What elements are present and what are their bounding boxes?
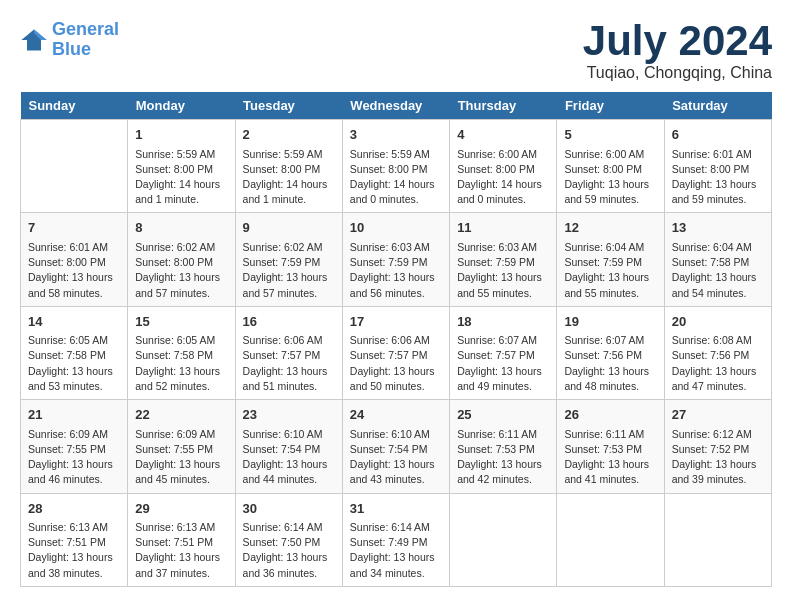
day-info: Sunrise: 6:00 AMSunset: 8:00 PMDaylight:… — [457, 147, 549, 208]
day-info: Sunrise: 6:14 AMSunset: 7:50 PMDaylight:… — [243, 520, 335, 581]
day-number: 14 — [28, 312, 120, 332]
calendar-cell: 17Sunrise: 6:06 AMSunset: 7:57 PMDayligh… — [342, 306, 449, 399]
header-day-tuesday: Tuesday — [235, 92, 342, 120]
day-info: Sunrise: 6:14 AMSunset: 7:49 PMDaylight:… — [350, 520, 442, 581]
day-number: 27 — [672, 405, 764, 425]
calendar-cell: 26Sunrise: 6:11 AMSunset: 7:53 PMDayligh… — [557, 400, 664, 493]
calendar-cell — [664, 493, 771, 586]
title-area: July 2024 Tuqiao, Chongqing, China — [583, 20, 772, 82]
calendar-cell: 11Sunrise: 6:03 AMSunset: 7:59 PMDayligh… — [450, 213, 557, 306]
calendar-cell — [557, 493, 664, 586]
calendar-body: 1Sunrise: 5:59 AMSunset: 8:00 PMDaylight… — [21, 120, 772, 587]
day-number: 21 — [28, 405, 120, 425]
day-info: Sunrise: 6:00 AMSunset: 8:00 PMDaylight:… — [564, 147, 656, 208]
day-info: Sunrise: 6:11 AMSunset: 7:53 PMDaylight:… — [564, 427, 656, 488]
day-number: 16 — [243, 312, 335, 332]
calendar-cell: 30Sunrise: 6:14 AMSunset: 7:50 PMDayligh… — [235, 493, 342, 586]
day-info: Sunrise: 6:05 AMSunset: 7:58 PMDaylight:… — [135, 333, 227, 394]
calendar-cell: 28Sunrise: 6:13 AMSunset: 7:51 PMDayligh… — [21, 493, 128, 586]
day-info: Sunrise: 6:06 AMSunset: 7:57 PMDaylight:… — [350, 333, 442, 394]
day-number: 25 — [457, 405, 549, 425]
calendar-cell: 2Sunrise: 5:59 AMSunset: 8:00 PMDaylight… — [235, 120, 342, 213]
logo-icon — [20, 26, 48, 54]
calendar-cell: 27Sunrise: 6:12 AMSunset: 7:52 PMDayligh… — [664, 400, 771, 493]
calendar-cell: 1Sunrise: 5:59 AMSunset: 8:00 PMDaylight… — [128, 120, 235, 213]
logo-text: General Blue — [52, 20, 119, 60]
calendar-cell: 23Sunrise: 6:10 AMSunset: 7:54 PMDayligh… — [235, 400, 342, 493]
calendar-cell — [21, 120, 128, 213]
calendar-cell: 6Sunrise: 6:01 AMSunset: 8:00 PMDaylight… — [664, 120, 771, 213]
calendar-cell — [450, 493, 557, 586]
day-number: 6 — [672, 125, 764, 145]
calendar-cell: 5Sunrise: 6:00 AMSunset: 8:00 PMDaylight… — [557, 120, 664, 213]
calendar-cell: 14Sunrise: 6:05 AMSunset: 7:58 PMDayligh… — [21, 306, 128, 399]
day-info: Sunrise: 6:05 AMSunset: 7:58 PMDaylight:… — [28, 333, 120, 394]
day-info: Sunrise: 6:12 AMSunset: 7:52 PMDaylight:… — [672, 427, 764, 488]
day-info: Sunrise: 6:10 AMSunset: 7:54 PMDaylight:… — [350, 427, 442, 488]
calendar-cell: 31Sunrise: 6:14 AMSunset: 7:49 PMDayligh… — [342, 493, 449, 586]
day-info: Sunrise: 6:03 AMSunset: 7:59 PMDaylight:… — [350, 240, 442, 301]
logo-line1: General — [52, 19, 119, 39]
day-number: 22 — [135, 405, 227, 425]
day-number: 11 — [457, 218, 549, 238]
day-number: 7 — [28, 218, 120, 238]
header-day-wednesday: Wednesday — [342, 92, 449, 120]
day-info: Sunrise: 5:59 AMSunset: 8:00 PMDaylight:… — [350, 147, 442, 208]
calendar-cell: 16Sunrise: 6:06 AMSunset: 7:57 PMDayligh… — [235, 306, 342, 399]
header-day-saturday: Saturday — [664, 92, 771, 120]
calendar-cell: 18Sunrise: 6:07 AMSunset: 7:57 PMDayligh… — [450, 306, 557, 399]
day-number: 26 — [564, 405, 656, 425]
header-row: SundayMondayTuesdayWednesdayThursdayFrid… — [21, 92, 772, 120]
day-number: 23 — [243, 405, 335, 425]
calendar-cell: 29Sunrise: 6:13 AMSunset: 7:51 PMDayligh… — [128, 493, 235, 586]
day-info: Sunrise: 6:13 AMSunset: 7:51 PMDaylight:… — [135, 520, 227, 581]
logo: General Blue — [20, 20, 119, 60]
day-number: 15 — [135, 312, 227, 332]
day-number: 17 — [350, 312, 442, 332]
header-day-monday: Monday — [128, 92, 235, 120]
day-number: 29 — [135, 499, 227, 519]
day-info: Sunrise: 6:07 AMSunset: 7:57 PMDaylight:… — [457, 333, 549, 394]
day-number: 5 — [564, 125, 656, 145]
day-number: 9 — [243, 218, 335, 238]
calendar-table: SundayMondayTuesdayWednesdayThursdayFrid… — [20, 92, 772, 587]
day-info: Sunrise: 6:03 AMSunset: 7:59 PMDaylight:… — [457, 240, 549, 301]
header-day-friday: Friday — [557, 92, 664, 120]
calendar-cell: 19Sunrise: 6:07 AMSunset: 7:56 PMDayligh… — [557, 306, 664, 399]
location: Tuqiao, Chongqing, China — [583, 64, 772, 82]
day-info: Sunrise: 6:09 AMSunset: 7:55 PMDaylight:… — [135, 427, 227, 488]
week-row-2: 14Sunrise: 6:05 AMSunset: 7:58 PMDayligh… — [21, 306, 772, 399]
day-info: Sunrise: 6:13 AMSunset: 7:51 PMDaylight:… — [28, 520, 120, 581]
calendar-cell: 13Sunrise: 6:04 AMSunset: 7:58 PMDayligh… — [664, 213, 771, 306]
calendar-cell: 25Sunrise: 6:11 AMSunset: 7:53 PMDayligh… — [450, 400, 557, 493]
day-info: Sunrise: 6:09 AMSunset: 7:55 PMDaylight:… — [28, 427, 120, 488]
day-number: 3 — [350, 125, 442, 145]
week-row-1: 7Sunrise: 6:01 AMSunset: 8:00 PMDaylight… — [21, 213, 772, 306]
day-number: 8 — [135, 218, 227, 238]
day-number: 13 — [672, 218, 764, 238]
day-info: Sunrise: 6:06 AMSunset: 7:57 PMDaylight:… — [243, 333, 335, 394]
day-number: 10 — [350, 218, 442, 238]
calendar-cell: 3Sunrise: 5:59 AMSunset: 8:00 PMDaylight… — [342, 120, 449, 213]
calendar-header: SundayMondayTuesdayWednesdayThursdayFrid… — [21, 92, 772, 120]
week-row-0: 1Sunrise: 5:59 AMSunset: 8:00 PMDaylight… — [21, 120, 772, 213]
day-number: 19 — [564, 312, 656, 332]
day-info: Sunrise: 6:10 AMSunset: 7:54 PMDaylight:… — [243, 427, 335, 488]
day-info: Sunrise: 6:07 AMSunset: 7:56 PMDaylight:… — [564, 333, 656, 394]
header-day-thursday: Thursday — [450, 92, 557, 120]
calendar-cell: 12Sunrise: 6:04 AMSunset: 7:59 PMDayligh… — [557, 213, 664, 306]
calendar-cell: 8Sunrise: 6:02 AMSunset: 8:00 PMDaylight… — [128, 213, 235, 306]
calendar-cell: 10Sunrise: 6:03 AMSunset: 7:59 PMDayligh… — [342, 213, 449, 306]
calendar-cell: 7Sunrise: 6:01 AMSunset: 8:00 PMDaylight… — [21, 213, 128, 306]
logo-line2: Blue — [52, 39, 91, 59]
day-info: Sunrise: 6:01 AMSunset: 8:00 PMDaylight:… — [28, 240, 120, 301]
calendar-cell: 21Sunrise: 6:09 AMSunset: 7:55 PMDayligh… — [21, 400, 128, 493]
day-info: Sunrise: 6:01 AMSunset: 8:00 PMDaylight:… — [672, 147, 764, 208]
day-number: 30 — [243, 499, 335, 519]
calendar-cell: 22Sunrise: 6:09 AMSunset: 7:55 PMDayligh… — [128, 400, 235, 493]
calendar-cell: 24Sunrise: 6:10 AMSunset: 7:54 PMDayligh… — [342, 400, 449, 493]
day-info: Sunrise: 6:04 AMSunset: 7:59 PMDaylight:… — [564, 240, 656, 301]
calendar-cell: 15Sunrise: 6:05 AMSunset: 7:58 PMDayligh… — [128, 306, 235, 399]
header-day-sunday: Sunday — [21, 92, 128, 120]
day-number: 20 — [672, 312, 764, 332]
